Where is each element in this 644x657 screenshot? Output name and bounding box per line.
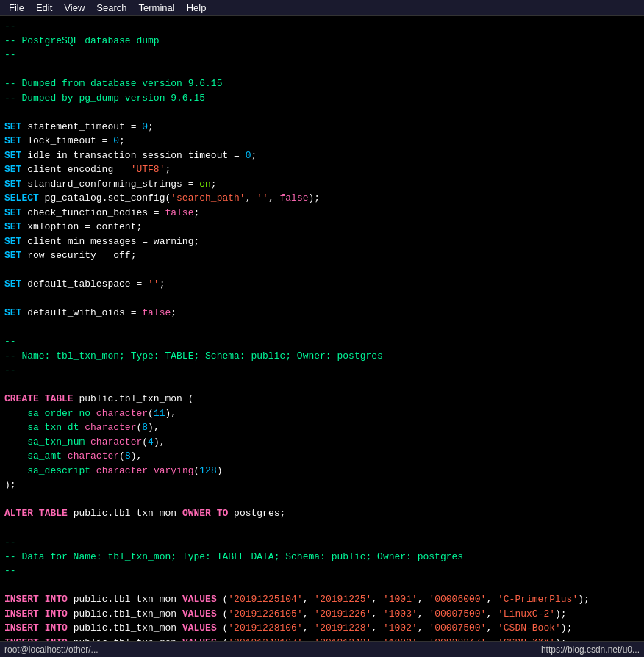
menu-search[interactable]: Search — [90, 0, 132, 15]
menu-view[interactable]: View — [58, 0, 90, 15]
menu-bar: File Edit View Search Terminal Help — [0, 0, 644, 16]
code-editor[interactable]: -- -- PostgreSQL database dump -- -- Dum… — [0, 16, 644, 641]
menu-help[interactable]: Help — [181, 0, 212, 15]
menu-terminal[interactable]: Terminal — [133, 0, 181, 15]
menu-edit[interactable]: Edit — [30, 0, 58, 15]
status-url: https://blog.csdn.net/u0... — [541, 645, 640, 655]
menu-file[interactable]: File — [3, 0, 30, 15]
status-bar: root@localhost:/other/... https://blog.c… — [0, 641, 644, 657]
status-path: root@localhost:/other/... — [4, 645, 99, 655]
